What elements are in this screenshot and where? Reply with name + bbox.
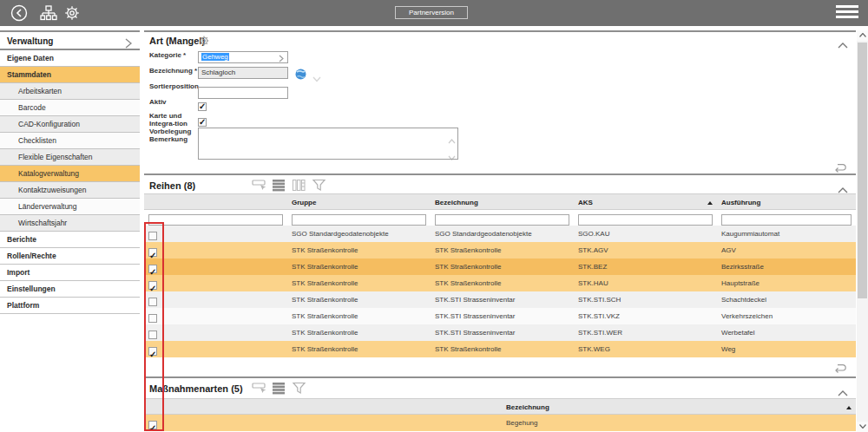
sidebar-item-arbeitskarten[interactable]: Arbeitskarten bbox=[0, 83, 140, 100]
sidebar-item-checklisten[interactable]: Checklisten bbox=[0, 133, 140, 149]
scroll-up-icon[interactable] bbox=[448, 132, 456, 137]
table-row[interactable]: SGO StandardgeodatenobjekteSGO Standardg… bbox=[144, 226, 856, 242]
sidebar-item-import[interactable]: Import bbox=[0, 265, 140, 281]
sidebar-item-wirtschaftsjahr[interactable]: Wirtschaftsjahr bbox=[0, 215, 140, 232]
table-row[interactable]: STK StraßenkontrolleSTK Straßenkontrolle… bbox=[144, 259, 856, 275]
column-header-checkbox bbox=[144, 399, 502, 416]
sidebar-item-flexible-eigenschaften[interactable]: Flexible Eigenschaften bbox=[0, 149, 140, 166]
table-row[interactable]: STK StraßenkontrolleSTK.STI Strasseninve… bbox=[144, 291, 856, 308]
back-icon[interactable] bbox=[10, 4, 28, 22]
reihen-toolbar bbox=[252, 179, 326, 192]
aktiv-checkbox[interactable] bbox=[198, 102, 207, 111]
filter-input-ausfuehrung[interactable] bbox=[721, 214, 852, 226]
table-row[interactable]: STK StraßenkontrolleSTK Straßenkontrolle… bbox=[144, 275, 856, 291]
rows-view-icon[interactable] bbox=[272, 382, 286, 395]
table-row[interactable]: STK StraßenkontrolleSTK.STI Strasseninve… bbox=[144, 324, 856, 341]
massnahmenarten-table-body: Begehung bbox=[144, 415, 856, 431]
table-row[interactable]: STK StraßenkontrolleSTK.STI Strasseninve… bbox=[144, 308, 856, 324]
scrollbar-thumb[interactable] bbox=[858, 43, 867, 298]
revert-icon[interactable] bbox=[833, 362, 847, 372]
section-gear-icon[interactable] bbox=[198, 35, 210, 47]
row-checkbox[interactable] bbox=[148, 248, 157, 257]
row-checkbox[interactable] bbox=[148, 298, 157, 306]
column-header-gruppe[interactable]: Gruppe bbox=[287, 194, 431, 211]
row-checkbox[interactable] bbox=[148, 421, 157, 429]
row-checkbox[interactable] bbox=[148, 281, 157, 290]
revert-icon[interactable] bbox=[833, 161, 847, 172]
sidebar-navigation: Verwaltung Eigene Daten Stammdaten Arbei… bbox=[0, 30, 140, 314]
reihen-table-body: SGO StandardgeodatenobjekteSGO Standardg… bbox=[144, 226, 856, 357]
kategorie-input[interactable]: Gehweg bbox=[198, 51, 288, 63]
rows-view-icon[interactable] bbox=[272, 179, 286, 192]
translation-globe-icon[interactable] bbox=[295, 68, 306, 79]
sidebar-item-barcode[interactable]: Barcode bbox=[0, 100, 140, 116]
main-panel: Art (Mangel) Kategorie * Gehweg bbox=[144, 30, 856, 432]
chevron-right-icon bbox=[124, 36, 133, 55]
filter-input-bezeichnung[interactable] bbox=[435, 214, 569, 226]
table-row[interactable]: Begehung bbox=[144, 415, 856, 431]
scroll-down-icon[interactable] bbox=[448, 148, 456, 154]
kategorie-label: Kategorie * bbox=[149, 51, 198, 59]
karte-integration-checkbox[interactable] bbox=[198, 118, 207, 127]
settings-gear-icon[interactable] bbox=[63, 4, 81, 22]
chevron-down-icon[interactable] bbox=[312, 70, 321, 76]
section-art-mangel: Art (Mangel) Kategorie * Gehweg bbox=[144, 32, 856, 175]
bezeichnung-value: Schlagloch bbox=[201, 69, 235, 76]
section-massnahmenarten: Maßnahmenarten (5) Bezeichnung Begehung bbox=[144, 380, 856, 432]
scrollbar-down-icon[interactable] bbox=[857, 422, 868, 432]
kategorie-open-icon[interactable] bbox=[278, 55, 285, 62]
sidebar-item-rollen-rechte[interactable]: Rollen/Rechte bbox=[0, 248, 140, 265]
filter-icon[interactable] bbox=[292, 382, 306, 395]
sortierposition-input[interactable] bbox=[198, 87, 288, 99]
sidebar-item-katalogverwaltung[interactable]: Katalogverwaltung bbox=[0, 166, 140, 182]
filter-input-aks[interactable] bbox=[578, 214, 713, 226]
row-checkbox[interactable] bbox=[148, 314, 157, 323]
page-title: Art (Mangel) bbox=[149, 36, 205, 46]
sidebar-item-einstellungen[interactable]: Einstellungen bbox=[0, 281, 140, 298]
sidebar-item-berichte[interactable]: Berichte bbox=[0, 232, 140, 248]
reihen-header-row: Gruppe Bezeichnung AKS Ausführung bbox=[144, 193, 856, 210]
sitemap-icon[interactable] bbox=[40, 4, 57, 22]
menu-hamburger-icon[interactable] bbox=[836, 5, 858, 21]
filter-icon[interactable] bbox=[312, 179, 326, 192]
sidebar-item-eigene-daten[interactable]: Eigene Daten bbox=[0, 50, 140, 67]
column-header-checkbox bbox=[144, 194, 287, 211]
vertical-scrollbar[interactable] bbox=[857, 30, 868, 432]
row-checkbox[interactable] bbox=[148, 265, 157, 273]
table-row[interactable]: STK StraßenkontrolleSTK Straßenkontrolle… bbox=[144, 341, 856, 357]
massnahmenarten-title: Maßnahmenarten (5) bbox=[149, 383, 243, 394]
row-checkbox[interactable] bbox=[148, 331, 157, 339]
reihen-filter-row bbox=[144, 210, 856, 226]
column-header-bezeichnung[interactable]: Bezeichnung bbox=[431, 194, 574, 211]
column-header-bezeichnung[interactable]: Bezeichnung bbox=[502, 399, 856, 416]
sortierposition-label: Sortierposition bbox=[149, 82, 198, 90]
collapse-massnahmenarten-icon[interactable] bbox=[837, 385, 849, 394]
sidebar-header-verwaltung[interactable]: Verwaltung bbox=[0, 32, 140, 50]
top-bar: Partnerversion bbox=[0, 0, 868, 26]
sidebar-header-label: Verwaltung bbox=[7, 36, 53, 46]
column-chooser-icon[interactable] bbox=[292, 179, 306, 192]
filter-input-gruppe[interactable] bbox=[292, 214, 426, 226]
collapse-section-icon[interactable] bbox=[837, 37, 849, 46]
select-row-icon[interactable] bbox=[252, 179, 266, 192]
section-reihen: Reihen (8) Gruppe Bezeichnung AKS Ausfüh… bbox=[144, 177, 856, 378]
sidebar-item-plattform[interactable]: Plattform bbox=[0, 298, 140, 314]
partnerversion-button[interactable]: Partnerversion bbox=[395, 6, 468, 19]
filter-input-checkbox-col[interactable] bbox=[148, 214, 283, 226]
row-checkbox[interactable] bbox=[148, 347, 157, 356]
vorbelegung-bemerkung-textarea[interactable] bbox=[198, 128, 458, 160]
row-checkbox[interactable] bbox=[148, 232, 157, 240]
vorbelegung-bemerkung-label: Vorbelegung Bemerkung bbox=[149, 128, 198, 143]
column-header-aks[interactable]: AKS bbox=[574, 194, 717, 211]
column-header-ausfuehrung[interactable]: Ausführung bbox=[717, 194, 856, 211]
collapse-reihen-icon[interactable] bbox=[837, 182, 849, 191]
sidebar-item-stammdaten[interactable]: Stammdaten bbox=[0, 67, 140, 83]
table-row[interactable]: STK StraßenkontrolleSTK Straßenkontrolle… bbox=[144, 242, 856, 259]
sidebar-item-cad-konfiguration[interactable]: CAD-Konfiguration bbox=[0, 116, 140, 133]
sidebar-item-laenderverwaltung[interactable]: Länderverwaltung bbox=[0, 199, 140, 215]
select-row-icon[interactable] bbox=[252, 382, 266, 395]
scrollbar-up-icon[interactable] bbox=[857, 30, 868, 41]
sidebar-item-kontaktzuweisungen[interactable]: Kontaktzuweisungen bbox=[0, 182, 140, 199]
bezeichnung-input[interactable]: Schlagloch bbox=[198, 67, 288, 79]
bezeichnung-label: Bezeichnung * bbox=[149, 67, 198, 75]
